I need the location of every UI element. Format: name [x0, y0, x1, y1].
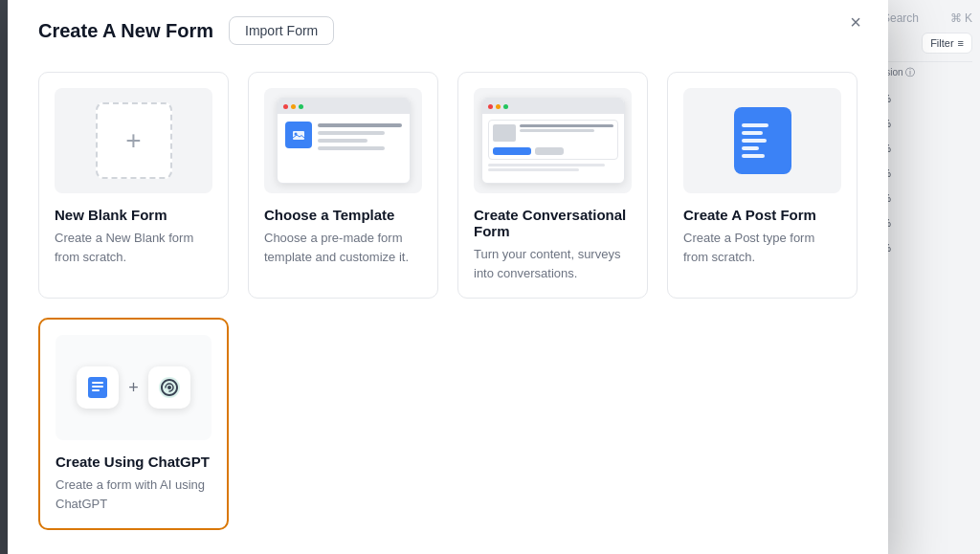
bg-percent-2: % [882, 116, 972, 133]
chatgpt-logo-icon [148, 366, 190, 409]
template-desc: Choose a pre-made form template and cust… [264, 229, 422, 266]
post-form-title: Create A Post Form [683, 207, 841, 223]
bg-search: Search ⌘ K [882, 11, 972, 25]
post-form-card[interactable]: Create A Post Form Create a Post type fo… [667, 72, 858, 299]
conversational-title: Create Conversational Form [474, 207, 632, 239]
background-page: Search ⌘ K Filter ≡ rsion ⓘ % % % % % % … [875, 0, 980, 554]
svg-rect-4 [92, 386, 103, 388]
bg-percent-3: % [882, 141, 972, 158]
svg-rect-0 [293, 131, 304, 140]
post-form-desc: Create a Post type form from scratch. [683, 229, 841, 266]
bg-percent-4: % [882, 166, 972, 183]
chatform-icon [77, 366, 119, 409]
import-form-button[interactable]: Import Form [229, 16, 334, 45]
post-form-illustration [683, 88, 841, 193]
template-illustration [264, 88, 422, 193]
bg-filter: Filter ≡ [922, 33, 972, 54]
blank-form-illustration: + [55, 88, 212, 193]
top-cards-grid: + New Blank Form Create a New Blank form… [38, 72, 858, 299]
svg-rect-5 [92, 389, 100, 391]
svg-rect-3 [92, 382, 103, 384]
modal-header: Create A New Form Import Form [38, 16, 858, 45]
bg-percent-6: % [882, 215, 972, 233]
blank-form-card[interactable]: + New Blank Form Create a New Blank form… [38, 72, 229, 299]
close-button[interactable]: × [846, 9, 865, 35]
conversational-illustration [474, 88, 632, 193]
bottom-cards-grid: + Create Using ChatGPT Cr [38, 318, 858, 530]
conversational-desc: Turn your content, surveys into conversa… [474, 245, 632, 282]
template-card[interactable]: Choose a Template Choose a pre-made form… [248, 72, 438, 299]
bg-percent-5: % [882, 190, 972, 208]
svg-point-7 [167, 386, 171, 389]
chatgpt-card[interactable]: + Create Using ChatGPT Cr [38, 318, 229, 530]
chatgpt-desc: Create a form with AI using ChatGPT [56, 476, 212, 513]
blank-form-desc: Create a New Blank form from scratch. [55, 229, 212, 266]
conversational-card[interactable]: Create Conversational Form Turn your con… [457, 72, 648, 299]
create-form-modal: Create A New Form Import Form × + New Bl… [8, 0, 888, 554]
template-title: Choose a Template [264, 207, 422, 223]
chatgpt-illustration: + [56, 335, 212, 440]
modal-title: Create A New Form [38, 20, 213, 42]
backdrop: Search ⌘ K Filter ≡ rsion ⓘ % % % % % % … [0, 0, 980, 554]
chatgpt-title: Create Using ChatGPT [56, 454, 212, 470]
blank-form-title: New Blank Form [55, 207, 212, 223]
bg-percent-7: % [882, 240, 972, 257]
bg-version-label: rsion ⓘ [882, 61, 972, 83]
bg-percent-1: % [882, 91, 972, 108]
